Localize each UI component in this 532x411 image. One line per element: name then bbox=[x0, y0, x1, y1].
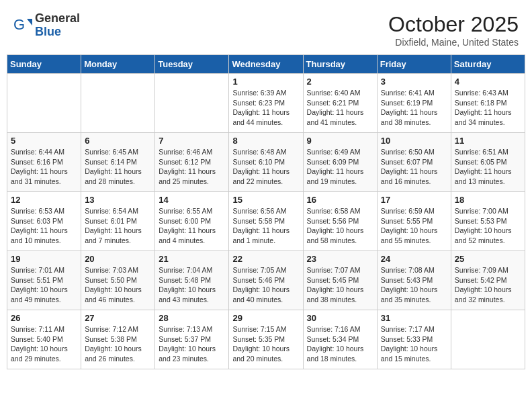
calendar-cell: 28Sunrise: 7:13 AM Sunset: 5:37 PM Dayli… bbox=[155, 310, 229, 369]
calendar-cell: 2Sunrise: 6:40 AM Sunset: 6:21 PM Daylig… bbox=[303, 74, 377, 133]
header-day-sunday: Sunday bbox=[7, 55, 81, 74]
calendar-cell bbox=[155, 74, 229, 133]
day-number: 4 bbox=[455, 77, 521, 87]
day-number: 8 bbox=[232, 136, 299, 146]
calendar-body: 1Sunrise: 6:39 AM Sunset: 6:23 PM Daylig… bbox=[7, 74, 525, 369]
day-number: 21 bbox=[159, 254, 225, 264]
calendar-cell: 20Sunrise: 7:03 AM Sunset: 5:50 PM Dayli… bbox=[81, 251, 155, 310]
day-info: Sunrise: 7:03 AM Sunset: 5:50 PM Dayligh… bbox=[85, 265, 151, 305]
day-number: 17 bbox=[381, 195, 447, 205]
calendar-cell: 11Sunrise: 6:51 AM Sunset: 6:05 PM Dayli… bbox=[451, 133, 525, 192]
day-info: Sunrise: 7:12 AM Sunset: 5:38 PM Dayligh… bbox=[85, 324, 151, 364]
day-info: Sunrise: 7:13 AM Sunset: 5:37 PM Dayligh… bbox=[159, 324, 225, 364]
calendar-cell: 25Sunrise: 7:09 AM Sunset: 5:42 PM Dayli… bbox=[451, 251, 525, 310]
day-info: Sunrise: 7:15 AM Sunset: 5:35 PM Dayligh… bbox=[232, 324, 299, 364]
calendar-cell: 3Sunrise: 6:41 AM Sunset: 6:19 PM Daylig… bbox=[377, 74, 451, 133]
day-info: Sunrise: 7:17 AM Sunset: 5:33 PM Dayligh… bbox=[381, 324, 447, 364]
svg-text:G: G bbox=[13, 16, 25, 33]
day-number: 30 bbox=[307, 313, 373, 323]
week-row-2: 12Sunrise: 6:53 AM Sunset: 6:03 PM Dayli… bbox=[7, 192, 525, 251]
calendar-cell: 27Sunrise: 7:12 AM Sunset: 5:38 PM Dayli… bbox=[81, 310, 155, 369]
calendar-cell: 30Sunrise: 7:16 AM Sunset: 5:34 PM Dayli… bbox=[303, 310, 377, 369]
day-info: Sunrise: 6:56 AM Sunset: 5:58 PM Dayligh… bbox=[232, 206, 299, 246]
calendar-cell: 21Sunrise: 7:04 AM Sunset: 5:48 PM Dayli… bbox=[155, 251, 229, 310]
day-info: Sunrise: 6:54 AM Sunset: 6:01 PM Dayligh… bbox=[85, 206, 151, 246]
day-number: 13 bbox=[85, 195, 151, 205]
header-day-wednesday: Wednesday bbox=[229, 55, 303, 74]
calendar-cell: 26Sunrise: 7:11 AM Sunset: 5:40 PM Dayli… bbox=[7, 310, 81, 369]
calendar-cell: 19Sunrise: 7:01 AM Sunset: 5:51 PM Dayli… bbox=[7, 251, 81, 310]
calendar-cell: 1Sunrise: 6:39 AM Sunset: 6:23 PM Daylig… bbox=[229, 74, 303, 133]
day-info: Sunrise: 6:53 AM Sunset: 6:03 PM Dayligh… bbox=[11, 206, 77, 246]
calendar-cell: 8Sunrise: 6:48 AM Sunset: 6:10 PM Daylig… bbox=[229, 133, 303, 192]
calendar-cell bbox=[451, 310, 525, 369]
calendar-cell: 10Sunrise: 6:50 AM Sunset: 6:07 PM Dayli… bbox=[377, 133, 451, 192]
page-header: G General Blue October 2025 Dixfield, Ma… bbox=[7, 7, 525, 50]
day-info: Sunrise: 7:05 AM Sunset: 5:46 PM Dayligh… bbox=[232, 265, 299, 305]
day-number: 10 bbox=[381, 136, 447, 146]
day-number: 9 bbox=[307, 136, 373, 146]
day-info: Sunrise: 7:00 AM Sunset: 5:53 PM Dayligh… bbox=[455, 206, 521, 246]
day-info: Sunrise: 6:59 AM Sunset: 5:55 PM Dayligh… bbox=[381, 206, 447, 246]
day-info: Sunrise: 6:49 AM Sunset: 6:09 PM Dayligh… bbox=[307, 147, 373, 187]
header-day-tuesday: Tuesday bbox=[155, 55, 229, 74]
location: Dixfield, Maine, United States bbox=[388, 37, 519, 48]
header-day-monday: Monday bbox=[81, 55, 155, 74]
logo-blue-text: Blue bbox=[35, 26, 80, 39]
day-number: 19 bbox=[11, 254, 77, 264]
logo-icon: G bbox=[13, 16, 32, 35]
day-info: Sunrise: 7:08 AM Sunset: 5:43 PM Dayligh… bbox=[381, 265, 447, 305]
logo-general-text: General bbox=[35, 12, 80, 26]
day-info: Sunrise: 6:58 AM Sunset: 5:56 PM Dayligh… bbox=[307, 206, 373, 246]
day-info: Sunrise: 6:45 AM Sunset: 6:14 PM Dayligh… bbox=[85, 147, 151, 187]
day-number: 29 bbox=[232, 313, 299, 323]
logo: G General Blue bbox=[13, 12, 80, 39]
day-number: 1 bbox=[232, 77, 299, 87]
calendar-cell: 16Sunrise: 6:58 AM Sunset: 5:56 PM Dayli… bbox=[303, 192, 377, 251]
calendar-cell: 29Sunrise: 7:15 AM Sunset: 5:35 PM Dayli… bbox=[229, 310, 303, 369]
title-block: October 2025 Dixfield, Maine, United Sta… bbox=[388, 12, 519, 48]
day-info: Sunrise: 6:46 AM Sunset: 6:12 PM Dayligh… bbox=[159, 147, 225, 187]
header-day-saturday: Saturday bbox=[451, 55, 525, 74]
day-info: Sunrise: 6:41 AM Sunset: 6:19 PM Dayligh… bbox=[381, 88, 447, 128]
day-number: 31 bbox=[381, 313, 447, 323]
day-number: 7 bbox=[159, 136, 225, 146]
day-info: Sunrise: 7:04 AM Sunset: 5:48 PM Dayligh… bbox=[159, 265, 225, 305]
header-day-friday: Friday bbox=[377, 55, 451, 74]
calendar-cell: 15Sunrise: 6:56 AM Sunset: 5:58 PM Dayli… bbox=[229, 192, 303, 251]
calendar-cell: 7Sunrise: 6:46 AM Sunset: 6:12 PM Daylig… bbox=[155, 133, 229, 192]
calendar-cell: 13Sunrise: 6:54 AM Sunset: 6:01 PM Dayli… bbox=[81, 192, 155, 251]
day-number: 5 bbox=[11, 136, 77, 146]
calendar-cell: 23Sunrise: 7:07 AM Sunset: 5:45 PM Dayli… bbox=[303, 251, 377, 310]
header-row: SundayMondayTuesdayWednesdayThursdayFrid… bbox=[7, 55, 525, 74]
week-row-3: 19Sunrise: 7:01 AM Sunset: 5:51 PM Dayli… bbox=[7, 251, 525, 310]
day-number: 22 bbox=[232, 254, 299, 264]
day-info: Sunrise: 6:50 AM Sunset: 6:07 PM Dayligh… bbox=[381, 147, 447, 187]
day-number: 14 bbox=[159, 195, 225, 205]
calendar-cell: 31Sunrise: 7:17 AM Sunset: 5:33 PM Dayli… bbox=[377, 310, 451, 369]
calendar-cell bbox=[81, 74, 155, 133]
calendar-cell: 22Sunrise: 7:05 AM Sunset: 5:46 PM Dayli… bbox=[229, 251, 303, 310]
calendar-cell: 5Sunrise: 6:44 AM Sunset: 6:16 PM Daylig… bbox=[7, 133, 81, 192]
calendar-cell: 18Sunrise: 7:00 AM Sunset: 5:53 PM Dayli… bbox=[451, 192, 525, 251]
day-number: 2 bbox=[307, 77, 373, 87]
day-number: 26 bbox=[11, 313, 77, 323]
week-row-4: 26Sunrise: 7:11 AM Sunset: 5:40 PM Dayli… bbox=[7, 310, 525, 369]
day-info: Sunrise: 6:51 AM Sunset: 6:05 PM Dayligh… bbox=[455, 147, 521, 187]
calendar-header: SundayMondayTuesdayWednesdayThursdayFrid… bbox=[7, 55, 525, 74]
day-number: 12 bbox=[11, 195, 77, 205]
day-info: Sunrise: 6:40 AM Sunset: 6:21 PM Dayligh… bbox=[307, 88, 373, 128]
calendar-cell: 6Sunrise: 6:45 AM Sunset: 6:14 PM Daylig… bbox=[81, 133, 155, 192]
day-number: 25 bbox=[455, 254, 521, 264]
calendar-cell: 12Sunrise: 6:53 AM Sunset: 6:03 PM Dayli… bbox=[7, 192, 81, 251]
day-info: Sunrise: 6:44 AM Sunset: 6:16 PM Dayligh… bbox=[11, 147, 77, 187]
day-info: Sunrise: 7:09 AM Sunset: 5:42 PM Dayligh… bbox=[455, 265, 521, 305]
day-number: 20 bbox=[85, 254, 151, 264]
day-number: 15 bbox=[232, 195, 299, 205]
day-number: 18 bbox=[455, 195, 521, 205]
day-info: Sunrise: 6:43 AM Sunset: 6:18 PM Dayligh… bbox=[455, 88, 521, 128]
day-info: Sunrise: 7:07 AM Sunset: 5:45 PM Dayligh… bbox=[307, 265, 373, 305]
day-number: 23 bbox=[307, 254, 373, 264]
calendar-cell bbox=[7, 74, 81, 133]
svg-marker-1 bbox=[27, 19, 32, 26]
